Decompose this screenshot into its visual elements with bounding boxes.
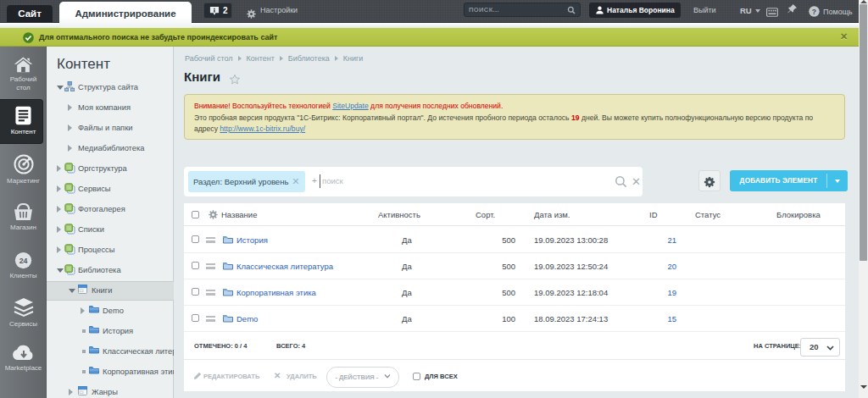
svg-text:24: 24	[19, 257, 28, 265]
svg-text:?: ?	[812, 8, 816, 16]
